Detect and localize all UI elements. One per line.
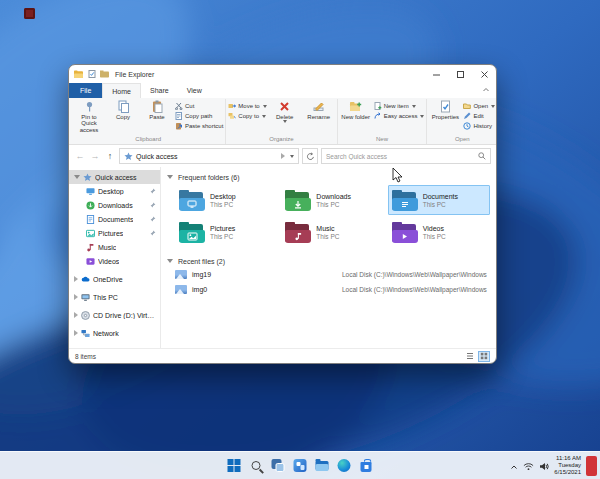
chevron-right-icon[interactable] <box>74 312 78 318</box>
folder-tile-downloads[interactable]: Downloads This PC <box>281 185 383 215</box>
frequent-folders-header[interactable]: Frequent folders (6) <box>167 171 490 183</box>
copy-path-icon <box>175 112 183 120</box>
desktop: File Explorer File Home Share View <box>0 0 600 479</box>
cut-icon <box>175 102 183 110</box>
sidebar-item-onedrive[interactable]: OneDrive <box>69 272 160 286</box>
sidebar-item-videos[interactable]: Videos <box>69 254 160 268</box>
chevron-down-icon[interactable] <box>74 175 80 179</box>
network-tray-icon[interactable] <box>523 457 534 475</box>
start-icon[interactable] <box>227 458 242 473</box>
videos-icon <box>86 257 95 266</box>
search-icon <box>478 152 486 160</box>
paste-shortcut-button[interactable]: Paste shortcut <box>175 122 223 130</box>
up-button[interactable]: ↑ <box>104 149 116 163</box>
details-view-button[interactable] <box>464 351 476 362</box>
store-icon[interactable] <box>359 458 374 473</box>
sidebar-item-documents[interactable]: Documents <box>69 212 160 226</box>
sidebar-item-quick-access[interactable]: Quick access <box>69 170 160 184</box>
dropdown-arrow-icon <box>262 115 266 118</box>
onedrive-icon <box>81 275 90 284</box>
history-button[interactable]: History <box>463 122 495 130</box>
folder-tile-videos[interactable]: Videos This PC <box>388 217 490 247</box>
tab-home[interactable]: Home <box>102 83 141 98</box>
qat-properties-icon[interactable] <box>87 70 96 79</box>
desktop-folder-icon <box>179 190 205 211</box>
tab-file[interactable]: File <box>69 83 102 98</box>
hidden-icons-chevron-icon[interactable] <box>510 457 518 475</box>
search-box <box>321 148 491 164</box>
rename-button[interactable]: Rename <box>303 99 335 120</box>
downloads-folder-icon <box>285 190 311 211</box>
tab-view[interactable]: View <box>178 83 211 98</box>
chevron-right-icon[interactable] <box>74 330 78 336</box>
edge-icon[interactable] <box>337 458 352 473</box>
easy-access-button[interactable]: Easy access <box>374 112 425 120</box>
new-folder-button[interactable]: New folder <box>340 99 372 120</box>
open-button[interactable]: Open <box>463 102 495 110</box>
address-dropdown-icon[interactable] <box>290 155 294 158</box>
sidebar-item-downloads[interactable]: Downloads <box>69 198 160 212</box>
edit-button[interactable]: Edit <box>463 112 495 120</box>
sidebar-item-this-pc[interactable]: This PC <box>69 290 160 304</box>
move-to-icon <box>228 102 236 110</box>
notification-badge[interactable] <box>586 456 597 476</box>
taskbar-clock[interactable]: 11:16 AM Tuesday 6/15/2021 <box>554 455 581 476</box>
widgets-icon[interactable] <box>293 458 308 473</box>
minimize-button[interactable] <box>424 65 448 83</box>
tab-share[interactable]: Share <box>141 83 178 98</box>
copy-to-button[interactable]: Copy to <box>228 112 266 120</box>
address-breadcrumb[interactable]: Quick access <box>119 148 299 164</box>
breadcrumb-chevron-icon[interactable] <box>281 153 285 159</box>
dropdown-arrow-icon <box>263 105 267 108</box>
back-button[interactable]: ← <box>74 149 86 163</box>
sidebar-item-music[interactable]: Music <box>69 240 160 254</box>
frequent-folders-grid: Desktop This PC Downloads This PC <box>175 185 490 247</box>
new-item-button[interactable]: New item <box>374 102 425 110</box>
copy-button[interactable]: Copy <box>107 99 139 120</box>
recent-files-header[interactable]: Recent files (2) <box>167 255 490 267</box>
easy-access-icon <box>374 112 382 120</box>
folder-tile-desktop[interactable]: Desktop This PC <box>175 185 277 215</box>
image-file-icon <box>175 270 187 279</box>
pin-icon <box>83 100 96 113</box>
file-explorer-icon[interactable] <box>315 458 330 473</box>
ribbon-collapse-chevron-icon[interactable] <box>482 86 490 95</box>
forward-button[interactable]: → <box>89 149 101 163</box>
qat-new-folder-icon[interactable] <box>100 70 109 79</box>
videos-folder-icon <box>392 222 418 243</box>
chevron-right-icon[interactable] <box>74 294 78 300</box>
folder-tile-music[interactable]: Music This PC <box>281 217 383 247</box>
delete-button[interactable]: Delete <box>269 99 301 123</box>
folder-tile-documents[interactable]: Documents This PC <box>388 185 490 215</box>
sidebar-item-network[interactable]: Network <box>69 326 160 340</box>
volume-icon[interactable] <box>539 457 549 475</box>
chevron-right-icon[interactable] <box>74 276 78 282</box>
move-to-button[interactable]: Move to <box>228 102 266 110</box>
close-button[interactable] <box>472 65 496 83</box>
ribbon-tab-row: File Home Share View <box>69 83 496 98</box>
file-row-img19[interactable]: img19 Local Disk (C:)\Windows\Web\Wallpa… <box>175 267 490 282</box>
clock-day: Tuesday <box>554 462 581 469</box>
folder-tile-pictures[interactable]: Pictures This PC <box>175 217 277 247</box>
pictures-folder-icon <box>179 222 205 243</box>
properties-button[interactable]: Properties <box>429 99 461 120</box>
status-bar: 8 items <box>69 348 496 363</box>
sidebar-item-pictures[interactable]: Pictures <box>69 226 160 240</box>
quick-access-star-icon <box>124 152 133 161</box>
task-view-icon[interactable] <box>271 458 286 473</box>
sidebar-item-cd-drive[interactable]: CD Drive (D:) Virtual <box>69 308 160 322</box>
cut-button[interactable]: Cut <box>175 102 223 110</box>
search-input[interactable] <box>326 153 475 160</box>
refresh-button[interactable] <box>302 148 318 164</box>
copy-path-button[interactable]: Copy path <box>175 112 223 120</box>
pin-to-quick-access-button[interactable]: Pin to Quick access <box>73 99 105 133</box>
pictures-icon <box>86 229 95 238</box>
sidebar-item-desktop[interactable]: Desktop <box>69 184 160 198</box>
maximize-button[interactable] <box>448 65 472 83</box>
search-icon[interactable] <box>249 458 264 473</box>
downloads-icon <box>86 201 95 210</box>
file-row-img0[interactable]: img0 Local Disk (C:)\Windows\Web\Wallpap… <box>175 282 490 297</box>
paste-button[interactable]: Paste <box>141 99 173 120</box>
large-icons-view-button[interactable] <box>478 351 490 362</box>
new-group-label: New <box>340 135 425 144</box>
